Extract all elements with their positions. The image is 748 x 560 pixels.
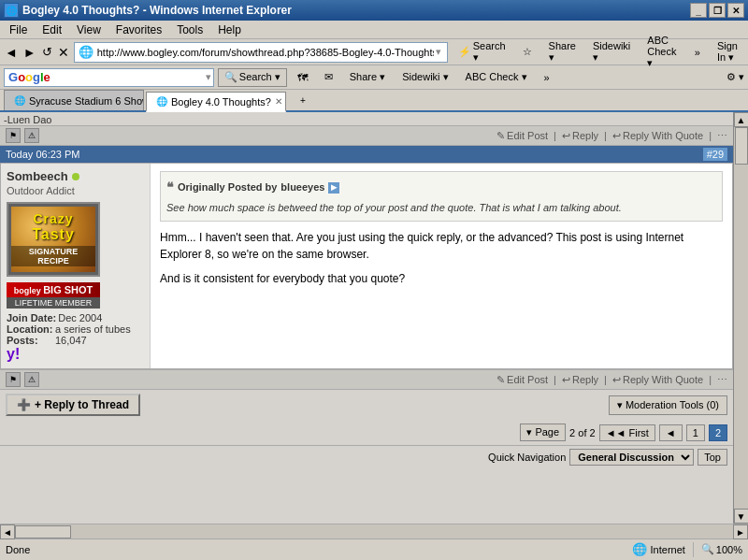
warn-icon[interactable]: ⚠ <box>24 128 39 143</box>
bottom-reply-quote-link[interactable]: ↩ Reply With Quote <box>612 374 703 386</box>
h-scroll-track <box>15 524 733 538</box>
post-body: Sombeech Outdoor Addict Crazy Tasty <box>0 163 733 369</box>
page-2-button[interactable]: 2 <box>709 424 727 441</box>
page-1-button[interactable]: 1 <box>686 424 705 441</box>
bottom-reply-link[interactable]: ↩ Reply <box>562 374 598 386</box>
scroll-up-button[interactable]: ▲ <box>734 112 749 127</box>
tab-bogley-label: Bogley 4.0 Thoughts? <box>171 96 271 108</box>
spellcheck-button[interactable]: ABC Check ▾ <box>640 42 684 63</box>
maps-button[interactable]: 🗺 <box>291 67 314 88</box>
status-zoom: 🔍 100% <box>701 543 742 555</box>
reply-link[interactable]: ↩ Reply <box>562 130 598 142</box>
page-info: 2 of 2 <box>569 427 596 438</box>
username-text: Sombeech <box>7 169 68 183</box>
moderation-tools-button[interactable]: ▾ Moderation Tools (0) <box>609 395 727 415</box>
h-scroll-thumb[interactable] <box>15 525 71 538</box>
share-toolbar-button[interactable]: Share ▾ <box>343 67 392 88</box>
toolbar-settings[interactable]: ⚙ ▾ <box>726 71 744 83</box>
page-prefix-icon: ▾ <box>526 426 532 438</box>
google-search-button[interactable]: 🔍 Search ▾ <box>218 68 287 87</box>
view-post-icon[interactable]: ▶ <box>328 182 339 194</box>
minimize-button[interactable]: _ <box>690 3 707 18</box>
refresh-button[interactable]: ↺ <box>41 42 53 63</box>
search-label: Search ▾ <box>473 40 506 64</box>
reply-bar: ➕ + Reply to Thread ▾ Moderation Tools (… <box>0 390 733 420</box>
quote-icon: ❝ <box>166 178 174 197</box>
menu-favorites[interactable]: Favorites <box>110 22 167 38</box>
post-author-panel: Sombeech Outdoor Addict Crazy Tasty <box>1 164 151 368</box>
vertical-scrollbar[interactable]: ▲ ▼ <box>733 112 748 524</box>
tab-bogley-close[interactable]: ✕ <box>275 96 282 107</box>
back-button[interactable]: ◄ <box>4 42 19 63</box>
status-divider <box>693 542 694 557</box>
scroll-right-button[interactable]: ► <box>733 524 748 539</box>
menu-edit[interactable]: Edit <box>36 22 67 38</box>
sidewiki-toolbar-button[interactable]: Sidewiki ▾ <box>396 67 454 88</box>
join-date-value: Dec 2004 <box>58 312 102 323</box>
address-bar: 🌐 ▾ <box>74 42 448 63</box>
bottom-reply-quote-icon: ↩ <box>612 374 621 386</box>
menu-help[interactable]: Help <box>212 22 247 38</box>
bottom-more-link[interactable]: ⋯ <box>717 374 727 386</box>
prev-page-button[interactable]: ◄ <box>659 424 683 441</box>
reply-to-thread-button[interactable]: ➕ + Reply to Thread <box>6 394 140 416</box>
new-tab-button[interactable]: + <box>292 90 314 110</box>
location-label: Location: <box>7 323 53 335</box>
menu-view[interactable]: View <box>71 22 107 38</box>
quicknav-select[interactable]: General Discussion <box>569 449 694 466</box>
window-titlebar: 🌐 Bogley 4.0 Thoughts? - Windows Interne… <box>0 0 748 21</box>
tab-bogley[interactable]: 🌐 Bogley 4.0 Thoughts? ✕ <box>146 92 286 112</box>
close-button[interactable]: ✕ <box>727 3 744 18</box>
window-icon: 🌐 <box>4 3 19 18</box>
forward-button[interactable]: ► <box>22 42 37 63</box>
posts-value: 16,047 <box>55 335 87 346</box>
stop-button[interactable]: ✕ <box>57 42 70 63</box>
sidewiki-button[interactable]: Sidewiki ▾ <box>586 42 637 63</box>
more-link[interactable]: ⋯ <box>717 130 727 142</box>
prev-author-name: -Luen Dao <box>4 114 51 125</box>
google-search-input[interactable] <box>54 72 204 83</box>
bottom-report-icon[interactable]: ⚑ <box>6 372 21 387</box>
search-button[interactable]: ⚡ Search ▾ <box>452 42 512 63</box>
post-header: Today 06:23 PM #29 <box>0 146 733 163</box>
reply-quote-icon: ↩ <box>612 130 621 142</box>
edit-post-link[interactable]: ✎ Edit Post <box>496 130 548 142</box>
quicknav-top-button[interactable]: Top <box>698 449 727 466</box>
add-favorites-button[interactable]: ☆ <box>516 42 539 63</box>
scroll-left-button[interactable]: ◄ <box>0 524 15 539</box>
toolbar-more[interactable]: » <box>538 67 556 88</box>
more-tools[interactable]: » <box>688 42 707 63</box>
zoom-level: 100% <box>716 544 742 555</box>
menu-file[interactable]: File <box>4 22 33 38</box>
check-toolbar-button[interactable]: ABC Check ▾ <box>459 67 534 88</box>
status-bar: Done 🌐 Internet 🔍 100% <box>0 538 748 559</box>
bottom-warn-icon[interactable]: ⚠ <box>24 372 39 387</box>
scroll-thumb[interactable] <box>735 127 748 165</box>
post-username: Sombeech <box>7 169 144 183</box>
reply-icon: ↩ <box>562 130 570 142</box>
share-button[interactable]: Share ▾ <box>542 42 583 63</box>
reply-label: Reply <box>572 130 598 141</box>
top-action-bar: ⚑ ⚠ ✎ Edit Post | ↩ Reply | ↩ Reply With… <box>0 125 733 146</box>
post-text-2: And is it consistent for everybody that … <box>160 270 723 287</box>
big-shot-badge: bogley BIG SHOT <box>7 282 100 297</box>
join-date-label: Join Date: <box>7 312 56 323</box>
join-date-row: Join Date: Dec 2004 <box>7 312 144 323</box>
page-prefix-btn[interactable]: ▾ Page <box>520 424 566 441</box>
posts-row: Posts: 16,047 <box>7 335 144 346</box>
menu-tools[interactable]: Tools <box>171 22 209 38</box>
avatar-area: Crazy Tasty SIGNATURE RECIPE <box>7 202 144 277</box>
status-text: Done <box>6 544 628 555</box>
gmail-button[interactable]: ✉ <box>318 67 339 88</box>
tab-stadium[interactable]: 🌐 Syracuse Stadium 6 Showtim... ✕ <box>4 90 144 110</box>
signin-button[interactable]: Sign In ▾ <box>711 42 744 63</box>
first-page-button[interactable]: ◄◄ First <box>599 424 655 441</box>
bottom-edit-link[interactable]: ✎ Edit Post <box>496 374 548 386</box>
scroll-down-button[interactable]: ▼ <box>734 509 749 524</box>
reply-quote-link[interactable]: ↩ Reply With Quote <box>612 130 703 142</box>
yahoo-icon[interactable]: y! <box>7 346 144 363</box>
edit-icon: ✎ <box>496 130 505 142</box>
restore-button[interactable]: ❐ <box>709 3 726 18</box>
report-icon[interactable]: ⚑ <box>6 128 21 143</box>
address-input[interactable] <box>97 47 434 58</box>
